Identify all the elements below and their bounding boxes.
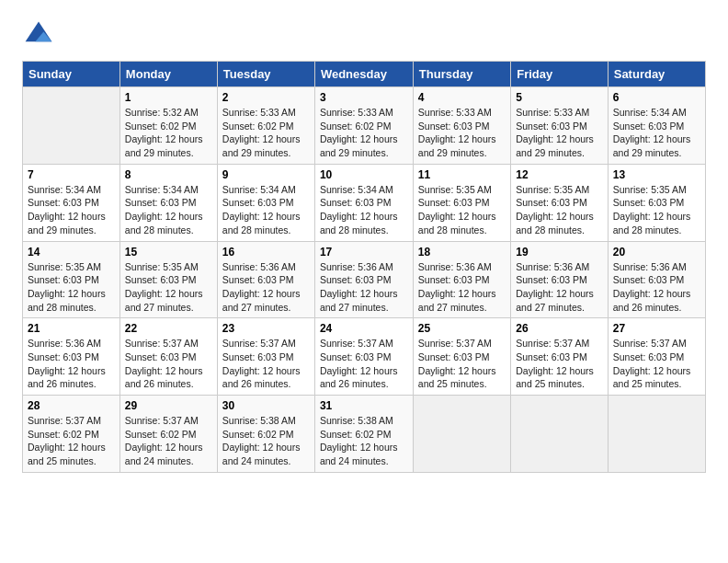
calendar-cell: 22Sunrise: 5:37 AM Sunset: 6:03 PM Dayli…: [119, 318, 217, 396]
day-info: Sunrise: 5:33 AM Sunset: 6:02 PM Dayligh…: [222, 106, 310, 160]
day-number: 31: [320, 399, 408, 412]
calendar-cell: 13Sunrise: 5:35 AM Sunset: 6:03 PM Dayli…: [608, 164, 705, 241]
day-info: Sunrise: 5:33 AM Sunset: 6:03 PM Dayligh…: [418, 106, 506, 160]
day-number: 3: [320, 91, 408, 104]
calendar-week-row: 1Sunrise: 5:32 AM Sunset: 6:02 PM Daylig…: [23, 87, 706, 165]
day-number: 25: [418, 322, 506, 335]
calendar-cell: 10Sunrise: 5:34 AM Sunset: 6:03 PM Dayli…: [314, 164, 413, 241]
column-header-sunday: Sunday: [23, 62, 120, 87]
day-number: 12: [516, 168, 603, 181]
day-info: Sunrise: 5:34 AM Sunset: 6:03 PM Dayligh…: [613, 106, 700, 160]
calendar-week-row: 7Sunrise: 5:34 AM Sunset: 6:03 PM Daylig…: [23, 164, 706, 241]
calendar-cell: 4Sunrise: 5:33 AM Sunset: 6:03 PM Daylig…: [413, 87, 510, 165]
day-info: Sunrise: 5:36 AM Sunset: 6:03 PM Dayligh…: [320, 260, 408, 315]
day-info: Sunrise: 5:37 AM Sunset: 6:02 PM Dayligh…: [28, 414, 115, 468]
day-info: Sunrise: 5:37 AM Sunset: 6:03 PM Dayligh…: [222, 337, 310, 391]
day-number: 26: [516, 322, 603, 335]
day-number: 29: [125, 399, 212, 412]
calendar-cell: [608, 396, 705, 473]
day-number: 2: [222, 91, 310, 104]
day-info: Sunrise: 5:37 AM Sunset: 6:02 PM Dayligh…: [125, 414, 212, 468]
column-header-thursday: Thursday: [413, 62, 510, 87]
day-number: 23: [222, 322, 310, 335]
day-number: 8: [125, 168, 212, 181]
day-info: Sunrise: 5:37 AM Sunset: 6:03 PM Dayligh…: [125, 337, 212, 391]
day-number: 15: [125, 246, 212, 259]
logo: [22, 18, 59, 52]
day-number: 4: [418, 91, 506, 104]
calendar-cell: 2Sunrise: 5:33 AM Sunset: 6:02 PM Daylig…: [217, 87, 314, 165]
day-info: Sunrise: 5:35 AM Sunset: 6:03 PM Dayligh…: [613, 183, 700, 237]
day-info: Sunrise: 5:35 AM Sunset: 6:03 PM Dayligh…: [516, 183, 603, 237]
calendar-cell: 11Sunrise: 5:35 AM Sunset: 6:03 PM Dayli…: [413, 164, 510, 241]
calendar-cell: [413, 396, 510, 473]
day-info: Sunrise: 5:34 AM Sunset: 6:03 PM Dayligh…: [125, 183, 212, 237]
day-info: Sunrise: 5:33 AM Sunset: 6:02 PM Dayligh…: [320, 106, 408, 160]
day-number: 11: [418, 168, 506, 181]
day-info: Sunrise: 5:36 AM Sunset: 6:03 PM Dayligh…: [28, 337, 115, 391]
day-info: Sunrise: 5:35 AM Sunset: 6:03 PM Dayligh…: [28, 260, 115, 315]
day-number: 16: [222, 246, 310, 259]
day-number: 19: [516, 246, 603, 259]
calendar-cell: 27Sunrise: 5:37 AM Sunset: 6:03 PM Dayli…: [608, 318, 705, 396]
calendar-cell: 17Sunrise: 5:36 AM Sunset: 6:03 PM Dayli…: [314, 241, 413, 318]
day-number: 9: [222, 168, 310, 181]
calendar-cell: 23Sunrise: 5:37 AM Sunset: 6:03 PM Dayli…: [217, 318, 314, 396]
day-number: 18: [418, 246, 506, 259]
calendar-cell: 8Sunrise: 5:34 AM Sunset: 6:03 PM Daylig…: [119, 164, 217, 241]
calendar-week-row: 21Sunrise: 5:36 AM Sunset: 6:03 PM Dayli…: [23, 318, 706, 396]
day-number: 22: [125, 322, 212, 335]
day-info: Sunrise: 5:36 AM Sunset: 6:03 PM Dayligh…: [613, 260, 700, 315]
day-info: Sunrise: 5:35 AM Sunset: 6:03 PM Dayligh…: [418, 183, 506, 237]
calendar-week-row: 28Sunrise: 5:37 AM Sunset: 6:02 PM Dayli…: [23, 396, 706, 473]
calendar-cell: 1Sunrise: 5:32 AM Sunset: 6:02 PM Daylig…: [119, 87, 217, 165]
day-number: 10: [320, 168, 408, 181]
day-info: Sunrise: 5:37 AM Sunset: 6:03 PM Dayligh…: [418, 337, 506, 391]
calendar-cell: 26Sunrise: 5:37 AM Sunset: 6:03 PM Dayli…: [511, 318, 609, 396]
calendar-cell: 24Sunrise: 5:37 AM Sunset: 6:03 PM Dayli…: [314, 318, 413, 396]
calendar-cell: 30Sunrise: 5:38 AM Sunset: 6:02 PM Dayli…: [217, 396, 314, 473]
column-header-friday: Friday: [511, 62, 609, 87]
day-number: 21: [28, 322, 115, 335]
day-info: Sunrise: 5:34 AM Sunset: 6:03 PM Dayligh…: [222, 183, 310, 237]
calendar-cell: 15Sunrise: 5:35 AM Sunset: 6:03 PM Dayli…: [119, 241, 217, 318]
day-info: Sunrise: 5:34 AM Sunset: 6:03 PM Dayligh…: [28, 183, 115, 237]
day-info: Sunrise: 5:37 AM Sunset: 6:03 PM Dayligh…: [613, 337, 700, 391]
day-number: 13: [613, 168, 700, 181]
calendar-cell: [511, 396, 609, 473]
calendar-cell: [23, 87, 120, 165]
calendar-cell: 31Sunrise: 5:38 AM Sunset: 6:02 PM Dayli…: [314, 396, 413, 473]
day-info: Sunrise: 5:38 AM Sunset: 6:02 PM Dayligh…: [320, 414, 408, 468]
day-number: 5: [516, 91, 603, 104]
column-header-monday: Monday: [119, 62, 217, 87]
day-number: 7: [28, 168, 115, 181]
day-info: Sunrise: 5:36 AM Sunset: 6:03 PM Dayligh…: [418, 260, 506, 315]
calendar-cell: 20Sunrise: 5:36 AM Sunset: 6:03 PM Dayli…: [608, 241, 705, 318]
day-info: Sunrise: 5:33 AM Sunset: 6:03 PM Dayligh…: [516, 106, 603, 160]
calendar-cell: 7Sunrise: 5:34 AM Sunset: 6:03 PM Daylig…: [23, 164, 120, 241]
calendar-cell: 29Sunrise: 5:37 AM Sunset: 6:02 PM Dayli…: [119, 396, 217, 473]
calendar-cell: 25Sunrise: 5:37 AM Sunset: 6:03 PM Dayli…: [413, 318, 510, 396]
calendar-cell: 21Sunrise: 5:36 AM Sunset: 6:03 PM Dayli…: [23, 318, 120, 396]
day-info: Sunrise: 5:34 AM Sunset: 6:03 PM Dayligh…: [320, 183, 408, 237]
logo-icon: [22, 18, 55, 52]
day-info: Sunrise: 5:37 AM Sunset: 6:03 PM Dayligh…: [516, 337, 603, 391]
calendar-cell: 6Sunrise: 5:34 AM Sunset: 6:03 PM Daylig…: [608, 87, 705, 165]
day-info: Sunrise: 5:35 AM Sunset: 6:03 PM Dayligh…: [125, 260, 212, 315]
day-number: 17: [320, 246, 408, 259]
day-info: Sunrise: 5:36 AM Sunset: 6:03 PM Dayligh…: [516, 260, 603, 315]
page-header: [22, 18, 706, 52]
calendar-cell: 19Sunrise: 5:36 AM Sunset: 6:03 PM Dayli…: [511, 241, 609, 318]
calendar-week-row: 14Sunrise: 5:35 AM Sunset: 6:03 PM Dayli…: [23, 241, 706, 318]
column-header-saturday: Saturday: [608, 62, 705, 87]
calendar-header-row: SundayMondayTuesdayWednesdayThursdayFrid…: [23, 62, 706, 87]
day-info: Sunrise: 5:37 AM Sunset: 6:03 PM Dayligh…: [320, 337, 408, 391]
day-info: Sunrise: 5:38 AM Sunset: 6:02 PM Dayligh…: [222, 414, 310, 468]
calendar-cell: 12Sunrise: 5:35 AM Sunset: 6:03 PM Dayli…: [511, 164, 609, 241]
day-number: 24: [320, 322, 408, 335]
day-number: 14: [28, 246, 115, 259]
day-number: 6: [613, 91, 700, 104]
day-number: 1: [125, 91, 212, 104]
day-number: 30: [222, 399, 310, 412]
column-header-wednesday: Wednesday: [314, 62, 413, 87]
